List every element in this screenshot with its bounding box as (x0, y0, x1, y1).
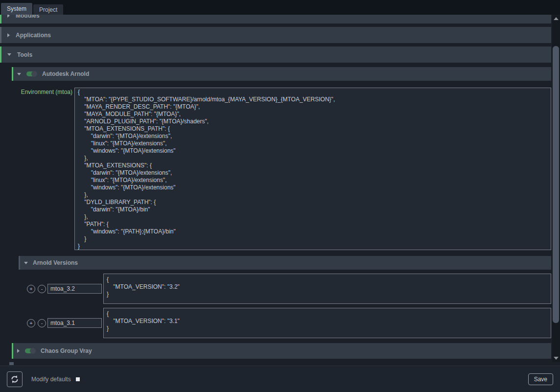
arnold-enabled-toggle[interactable] (26, 71, 37, 76)
add-version-button[interactable]: + (27, 319, 35, 327)
refresh-button[interactable] (7, 371, 23, 387)
chevron-right-icon (7, 15, 10, 18)
section-modules-label: Modules (16, 15, 40, 19)
arnold-label: Autodesk Arnold (42, 70, 89, 77)
section-tools-header[interactable]: Tools (0, 46, 551, 63)
section-applications-label: Applications (16, 32, 51, 39)
horizontal-scrollbar-thumb[interactable] (9, 362, 14, 365)
arnold-header[interactable]: Autodesk Arnold (12, 67, 551, 81)
section-modules-header[interactable]: Modules (1, 15, 551, 23)
arnold-versions-label: Arnold Versions (33, 259, 78, 266)
section-modules[interactable]: Modules (0, 15, 551, 23)
tab-project[interactable]: Project (33, 4, 63, 15)
environment-label: Environment (mtoa) (12, 88, 72, 250)
add-version-button[interactable]: + (27, 285, 35, 293)
version-json-editor[interactable]: { "MTOA_VERSION": "3.1" } (103, 308, 551, 338)
chevron-right-icon (17, 349, 20, 353)
tab-system[interactable]: System (1, 3, 32, 15)
footer-bar: Modify defaults Save (0, 366, 560, 392)
remove-version-button[interactable]: - (38, 319, 46, 327)
version-json-editor[interactable]: { "MTOA_VERSION": "3.2" } (103, 274, 551, 304)
triangle-up-icon (554, 17, 559, 20)
scroll-up-button[interactable] (552, 15, 560, 23)
vertical-scrollbar-thumb[interactable] (553, 46, 559, 323)
version-row: + - { "MTOA_VERSION": "3.2" } (19, 274, 551, 304)
section-tools-label: Tools (17, 51, 32, 58)
save-button[interactable]: Save (528, 373, 553, 385)
horizontal-scrollbar[interactable] (0, 362, 560, 366)
triangle-down-icon (554, 357, 559, 360)
chevron-right-icon (7, 33, 10, 37)
modify-defaults-checkbox[interactable] (76, 377, 80, 381)
section-applications-header[interactable]: Applications (0, 27, 551, 43)
settings-scroll-area: Modules Applications Tools Autodesk Arno… (0, 15, 560, 362)
version-row-controls: + - (19, 284, 102, 294)
section-tools-body: Autodesk Arnold Environment (mtoa) { "MT… (12, 67, 551, 359)
chevron-down-icon (7, 53, 11, 56)
vray-header[interactable]: Chaos Group Vray (12, 343, 551, 359)
settings-content: Modules Applications Tools Autodesk Arno… (0, 15, 551, 362)
arnold-environment-row: Environment (mtoa) { "MTOA": "{PYPE_STUD… (12, 88, 551, 250)
vertical-scrollbar[interactable] (552, 15, 560, 362)
vray-label: Chaos Group Vray (41, 347, 92, 354)
vray-enabled-toggle[interactable] (25, 348, 35, 353)
arnold-versions-group: Arnold Versions + - { "MTOA_VERSION": "3… (19, 256, 551, 338)
arnold-versions-header[interactable]: Arnold Versions (19, 256, 551, 270)
version-name-input[interactable] (47, 284, 102, 294)
scroll-down-button[interactable] (552, 354, 560, 362)
version-row-controls: + - (19, 318, 102, 328)
remove-version-button[interactable]: - (38, 285, 46, 293)
refresh-icon (10, 375, 19, 384)
tab-bar: System Project (0, 0, 560, 15)
chevron-down-icon (24, 262, 28, 264)
settings-window: System Project Modules Applications Tool… (0, 0, 560, 392)
version-row: + - { "MTOA_VERSION": "3.1" } (19, 308, 551, 338)
modify-defaults-label: Modify defaults (31, 376, 71, 383)
chevron-down-icon (17, 73, 21, 75)
environment-json-editor[interactable]: { "MTOA": "{PYPE_STUDIO_SOFTWARE}/arnold… (74, 88, 551, 250)
version-name-input[interactable] (47, 318, 102, 328)
